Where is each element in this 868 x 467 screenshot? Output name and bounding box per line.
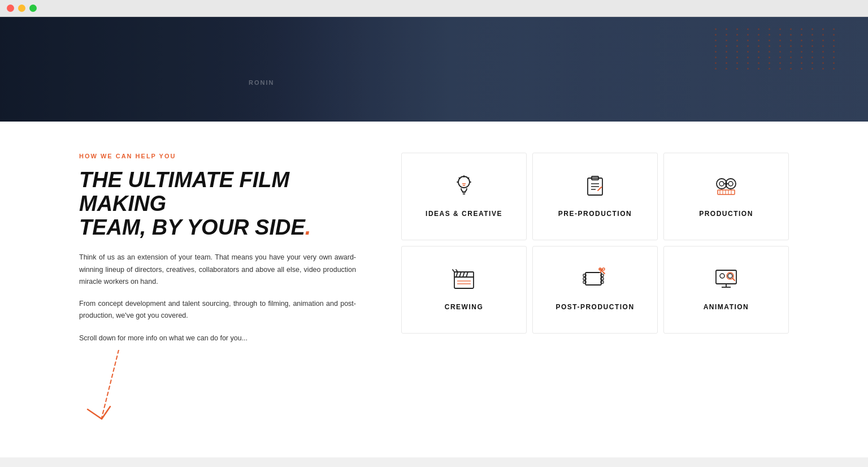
svg-point-13 <box>719 181 724 186</box>
service-name-crewing: CREWING <box>445 303 484 311</box>
clipboard-icon <box>581 171 609 200</box>
bottom-section: SETTING THE SCENE IDEATION & PRE-PRODUCT… <box>0 457 868 467</box>
svg-line-29 <box>453 270 454 272</box>
heading-period: . <box>305 215 311 239</box>
heading-line2: TEAM, BY YOUR SIDE <box>79 215 305 239</box>
lightbulb-icon <box>450 171 478 200</box>
service-name-pre-production: PRE-PRODUCTION <box>558 210 632 218</box>
animation-icon <box>712 265 740 293</box>
heading-line1: THE ULTIMATE FILM MAKING <box>79 168 289 215</box>
browser-chrome <box>0 0 868 17</box>
svg-line-11 <box>598 187 601 191</box>
service-card-animation[interactable]: ANIMATION <box>663 246 789 334</box>
dashed-arrow-svg <box>79 350 192 423</box>
main-heading: THE ULTIMATE FILM MAKING TEAM, BY YOUR S… <box>79 168 356 239</box>
service-card-post-production[interactable]: POST-PRODUCTION <box>532 246 658 334</box>
service-card-ideas-creative[interactable]: IDEAS & CREATIVE <box>401 153 527 240</box>
svg-rect-33 <box>585 273 601 285</box>
service-card-pre-production[interactable]: PRE-PRODUCTION <box>532 153 658 240</box>
service-name-animation: ANIMATION <box>704 303 749 311</box>
svg-rect-23 <box>454 276 474 288</box>
service-name-ideas-creative: IDEAS & CREATIVE <box>426 210 502 218</box>
svg-line-48 <box>733 279 735 281</box>
body-text-2: From concept development and talent sour… <box>79 298 356 322</box>
service-cards-grid: IDEAS & CREATIVE PRE-PRODUCTION <box>401 153 789 334</box>
hero-section: RONIN <box>0 17 868 122</box>
film-strip-icon <box>581 265 609 293</box>
dashed-arrow-container <box>79 350 356 423</box>
film-camera-icon <box>712 171 740 200</box>
clapperboard-icon <box>450 265 478 293</box>
browser-close-btn[interactable] <box>7 5 14 12</box>
svg-point-45 <box>720 274 724 278</box>
section-label: HOW WE CAN HELP YOU <box>79 153 356 159</box>
hero-overlay <box>0 17 868 122</box>
browser-maximize-btn[interactable] <box>29 5 37 12</box>
body-text-1: Think of us as an extension of your team… <box>79 252 356 288</box>
service-name-production: PRODUCTION <box>699 210 753 218</box>
browser-minimize-btn[interactable] <box>18 5 25 12</box>
service-card-production[interactable]: PRODUCTION <box>663 153 789 240</box>
left-column: HOW WE CAN HELP YOU THE ULTIMATE FILM MA… <box>79 153 356 423</box>
svg-point-15 <box>728 181 733 186</box>
scroll-text: Scroll down for more info on what we can… <box>79 332 356 344</box>
main-content-section: HOW WE CAN HELP YOU THE ULTIMATE FILM MA… <box>0 122 868 457</box>
service-card-crewing[interactable]: CREWING <box>401 246 527 334</box>
svg-point-46 <box>728 274 732 278</box>
svg-point-43 <box>602 268 605 270</box>
service-name-post-production: POST-PRODUCTION <box>555 303 634 311</box>
